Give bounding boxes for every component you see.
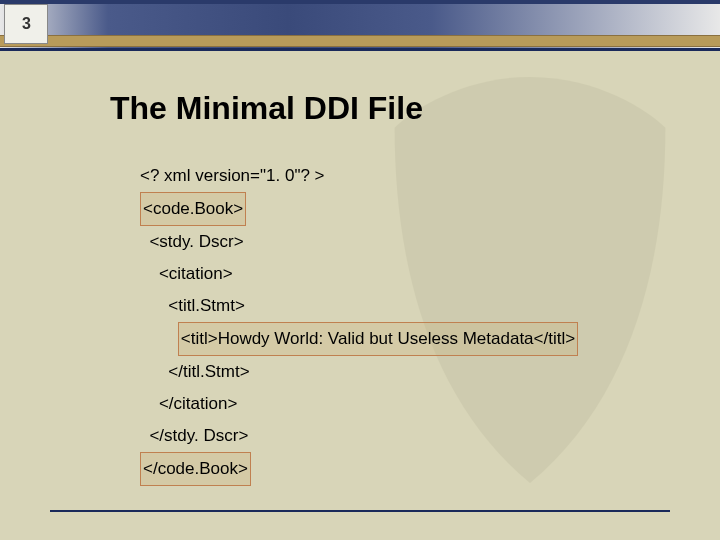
highlighted-text: </code.Book> — [140, 452, 251, 486]
highlighted-text: <titl>Howdy World: Valid but Useless Met… — [178, 322, 578, 356]
logo: 3 — [4, 4, 48, 44]
highlighted-text: <code.Book> — [140, 192, 246, 226]
header-rule — [0, 48, 720, 51]
code-line: <? xml version="1. 0"? > — [140, 160, 578, 192]
header-gold-stripe — [0, 35, 720, 47]
code-line: <stdy. Dscr> — [140, 226, 578, 258]
code-block: <? xml version="1. 0"? ><code.Book> <std… — [140, 160, 578, 486]
code-line: </stdy. Dscr> — [140, 420, 578, 452]
code-line: <code.Book> — [140, 192, 578, 226]
code-line: </code.Book> — [140, 452, 578, 486]
code-line: </citation> — [140, 388, 578, 420]
code-line: </titl.Stmt> — [140, 356, 578, 388]
code-line: <citation> — [140, 258, 578, 290]
slide-title: The Minimal DDI File — [110, 90, 423, 127]
code-line: <titl>Howdy World: Valid but Useless Met… — [140, 322, 578, 356]
footer-rule — [50, 510, 670, 512]
code-line: <titl.Stmt> — [140, 290, 578, 322]
